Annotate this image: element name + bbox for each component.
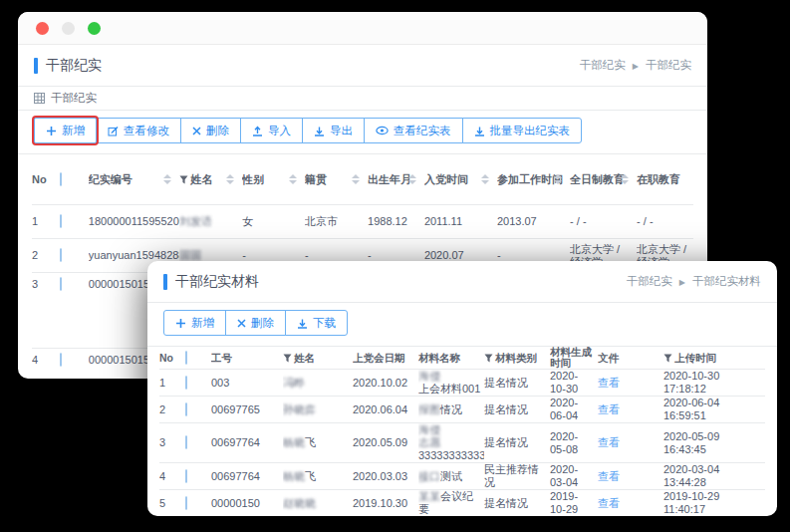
select-all-checkbox[interactable]: [185, 351, 187, 365]
column-header[interactable]: 姓名: [283, 347, 353, 370]
row-checkbox[interactable]: [60, 353, 62, 367]
button-label: 查看纪实表: [394, 124, 451, 138]
page-title-text: 干部纪实材料: [175, 273, 259, 291]
button-label: 导入: [268, 124, 291, 138]
view-record-table-button[interactable]: 查看纪实表: [364, 118, 463, 143]
view-link[interactable]: 查看: [598, 377, 620, 389]
cell-text: 2020-03-04 13:44:28: [663, 463, 719, 488]
table-cell: [185, 490, 211, 517]
sort-carets-icon[interactable]: [621, 174, 629, 184]
cell-text: 1: [32, 215, 38, 227]
filter-icon[interactable]: [283, 354, 292, 363]
sort-carets-icon[interactable]: [163, 174, 171, 184]
table-cell: 冯晔: [283, 370, 353, 397]
column-header[interactable]: 姓名: [179, 154, 242, 205]
cell-text: 2019-10-29: [550, 490, 578, 515]
cell-text: 4: [32, 354, 38, 366]
row-checkbox[interactable]: [185, 402, 187, 416]
row-checkbox[interactable]: [60, 214, 62, 228]
column-header[interactable]: 出生年月: [368, 154, 424, 205]
row-checkbox[interactable]: [60, 248, 62, 262]
table-cell: 2020.06.04: [353, 397, 418, 423]
table-cell: 2020-03-04 13:44:28: [663, 463, 765, 490]
table-cell: 2020-10-30 17:18:12: [663, 370, 765, 397]
table-cell: 1: [32, 205, 60, 239]
row-checkbox[interactable]: [185, 435, 187, 449]
filter-icon[interactable]: [484, 354, 493, 363]
sort-carets-icon[interactable]: [226, 174, 234, 184]
table-cell: 2: [159, 397, 185, 423]
button-label: 下载: [313, 316, 336, 331]
delete-button[interactable]: 删除: [180, 118, 241, 143]
cell-text: 提名情况: [484, 403, 528, 415]
sort-carets-icon[interactable]: [554, 174, 562, 184]
sort-carets-icon[interactable]: [352, 174, 360, 184]
column-header[interactable]: 籍贯: [305, 154, 368, 205]
minimize-window-icon[interactable]: [62, 22, 75, 35]
cell-text: 孙晓弈: [283, 403, 316, 415]
cell-text: 003: [211, 377, 229, 389]
add-button[interactable]: 新增: [163, 310, 226, 336]
cell-text: 2013.07: [497, 215, 537, 227]
delete-button[interactable]: 删除: [225, 310, 286, 336]
breadcrumb-item[interactable]: 干部纪实: [646, 58, 691, 73]
cell-text: 北京市: [305, 215, 338, 227]
column-header[interactable]: 性别: [242, 154, 305, 205]
cell-text: 赵晓晓: [283, 497, 316, 509]
breadcrumb-item[interactable]: 干部纪实: [627, 274, 672, 289]
table-cell: 2020.05.09: [353, 423, 418, 463]
column-header[interactable]: 材料类别: [484, 347, 550, 370]
view-link[interactable]: 查看: [598, 497, 620, 509]
table-cell: [185, 423, 211, 463]
view-link[interactable]: 查看: [598, 470, 620, 482]
column-label: 在职教育: [637, 173, 680, 185]
batch-export-record-button[interactable]: 批量导出纪实表: [462, 118, 583, 143]
column-label: 材料类别: [495, 352, 537, 364]
column-header[interactable]: 入党时间: [424, 154, 497, 205]
table-row: 1003冯晔2020.10.02海侵上会材料001提名情况2020-10-30查…: [159, 370, 765, 397]
import-button[interactable]: 导入: [240, 118, 303, 143]
row-checkbox[interactable]: [185, 496, 187, 510]
table-cell: 2020.10.02: [353, 370, 418, 397]
filter-icon[interactable]: [179, 175, 188, 184]
breadcrumb-item[interactable]: 干部纪实: [580, 58, 626, 73]
sort-carets-icon[interactable]: [289, 174, 297, 184]
export-button[interactable]: 导出: [302, 118, 365, 143]
add-button[interactable]: 新增: [34, 118, 97, 143]
row-checkbox[interactable]: [185, 376, 187, 390]
breadcrumb-item[interactable]: 干部纪实材料: [692, 274, 761, 289]
cell-text: -: [242, 249, 246, 261]
column-label: 籍贯: [305, 173, 327, 185]
cell-text: 5: [159, 497, 165, 509]
table-cell: 1988.12: [368, 205, 424, 239]
column-header[interactable]: 纪实编号: [89, 154, 179, 205]
view-edit-button[interactable]: 查看修改: [96, 118, 181, 143]
column-header: 文件: [598, 347, 663, 370]
table-cell: 2019.10.30: [353, 490, 418, 517]
table-cell: 2013.07: [497, 205, 570, 239]
row-checkbox[interactable]: [60, 277, 62, 291]
select-all-column-header: [185, 347, 211, 370]
column-header: 在职教育: [637, 154, 693, 205]
row-checkbox[interactable]: [185, 469, 187, 483]
sort-carets-icon[interactable]: [408, 174, 416, 184]
view-link[interactable]: 查看: [598, 403, 620, 415]
table-cell: [60, 349, 88, 377]
download-button[interactable]: 下载: [285, 310, 348, 336]
table-row: 300697764杨晓飞2020.05.09海侵志愿333333333333提名…: [159, 423, 765, 463]
table-cell: 赵晓晓: [283, 490, 353, 517]
column-header[interactable]: 上传时间: [663, 347, 765, 370]
select-all-checkbox[interactable]: [60, 172, 62, 186]
table-cell: 00697764: [211, 423, 283, 463]
close-window-icon[interactable]: [36, 22, 49, 35]
column-label: 工号: [211, 352, 232, 364]
column-header[interactable]: 全日制教育: [570, 154, 637, 205]
maximize-window-icon[interactable]: [88, 22, 101, 35]
view-link[interactable]: 查看: [598, 436, 620, 448]
sort-carets-icon[interactable]: [481, 174, 489, 184]
table-cell: 海侵志愿333333333333: [418, 423, 484, 463]
filter-icon[interactable]: [663, 354, 672, 363]
table-cell: 杨晓飞: [283, 463, 353, 490]
column-header[interactable]: 参加工作时间: [497, 154, 570, 205]
column-label: 文件: [598, 352, 619, 364]
